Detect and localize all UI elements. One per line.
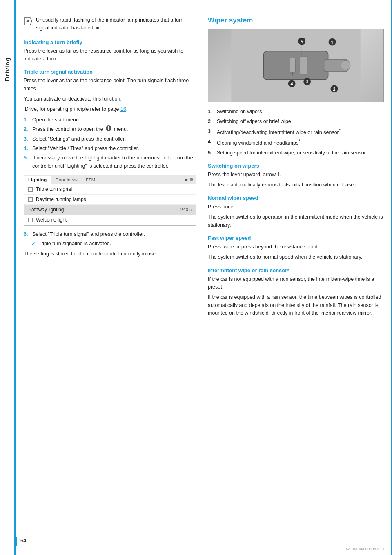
- intermittent-para1: If the car is not equipped with a rain s…: [208, 275, 384, 291]
- wiper-diagram: 1 2 3 4: [208, 29, 383, 102]
- wiper-item-5: 5 Setting speed for intermittent wipe, o…: [208, 149, 384, 157]
- menu-screenshot: Lighting Door locks FTM ▶ ⚙ Triple turn …: [24, 175, 196, 226]
- item-text-5: Setting speed for intermittent wipe, or …: [217, 149, 366, 157]
- indicating-section: Indicating a turn briefly Press the leve…: [24, 39, 196, 63]
- svg-rect-6: [290, 58, 296, 73]
- fast-wiper-section: Fast wiper speed Press twice or press be…: [208, 235, 384, 262]
- switching-on-heading: Switching on wipers: [208, 163, 384, 169]
- switching-on-section: Switching on wipers Press the lever upwa…: [208, 163, 384, 189]
- triple-heading: Triple turn signal activation: [24, 69, 196, 75]
- menu-row-pathway: Pathway lighting 240 s: [24, 205, 196, 215]
- intermittent-heading: Intermittent wipe or rain sensor*: [208, 267, 384, 273]
- wiper-item-4: 4 Cleaning windshield and headlamps*: [208, 138, 384, 147]
- step-6: Select "Triple turn signal" and press th…: [24, 231, 196, 238]
- step-6-list: Select "Triple turn signal" and press th…: [24, 231, 196, 238]
- notice-box: Unusually rapid flashing of the indicato…: [24, 16, 196, 32]
- page-number: 64: [20, 537, 26, 544]
- checkbox-welcome[interactable]: [28, 218, 33, 222]
- svg-text:2: 2: [333, 87, 335, 92]
- indicating-heading: Indicating a turn briefly: [24, 39, 196, 45]
- step-5: If necessary, move the highlight marker …: [24, 154, 196, 170]
- checkmark-item: ✓ Triple turn signaling is activated.: [31, 240, 196, 247]
- menu-row-triple-label: Triple turn signal: [36, 186, 72, 192]
- sidebar-label: Driving: [4, 57, 11, 81]
- svg-point-7: [341, 60, 350, 70]
- item-text-2: Switching off wipers or brief wipe: [217, 118, 291, 125]
- i-menu-icon: i: [106, 125, 111, 131]
- item-text-3: Activating/deactivating intermittent wip…: [217, 128, 341, 137]
- fast-wiper-heading: Fast wiper speed: [208, 235, 384, 241]
- wiper-item-1: 1 Switching on wipers: [208, 108, 384, 116]
- fast-wiper-para1: Press twice or press beyond the resistan…: [208, 243, 384, 251]
- svg-text:5: 5: [301, 39, 303, 44]
- switching-on-para1: Press the lever upward, arrow 1.: [208, 171, 384, 179]
- menu-row-triple: Triple turn signal: [24, 184, 196, 195]
- right-column: Wiper system: [204, 16, 384, 539]
- menu-row-welcome: Welcome light: [24, 215, 196, 225]
- wiper-items-list: 1 Switching on wipers 2 Switching off wi…: [208, 108, 384, 157]
- svg-text:1: 1: [331, 40, 333, 45]
- wiper-image: 1 2 3 4: [208, 29, 384, 102]
- svg-rect-3: [263, 51, 328, 79]
- svg-text:4: 4: [291, 81, 293, 86]
- final-text: The setting is stored for the remote con…: [24, 250, 196, 258]
- intermittent-section: Intermittent wipe or rain sensor* If the…: [208, 267, 384, 318]
- menu-nav-buttons: ▶ ⚙: [182, 175, 196, 184]
- page-ref[interactable]: 16: [120, 106, 126, 112]
- triple-para3: iDrive, for operating principle refer to…: [24, 105, 196, 113]
- arrow-right-icon[interactable]: ▶: [185, 177, 188, 182]
- switching-on-para2: The lever automatically returns to its i…: [208, 181, 384, 189]
- normal-wiper-para1: Press once.: [208, 203, 384, 211]
- notice-text: Unusually rapid flashing of the indicato…: [36, 16, 196, 32]
- item-num-5: 5: [208, 149, 214, 157]
- step-1: Open the start menu.: [24, 116, 196, 124]
- wiper-item-2: 2 Switching off wipers or brief wipe: [208, 118, 384, 125]
- triple-para1: Press the lever as far as the resistance…: [24, 77, 196, 93]
- wiper-item-3: 3 Activating/deactivating intermittent w…: [208, 128, 384, 137]
- item-text-4: Cleaning windshield and headlamps*: [217, 138, 300, 147]
- menu-row-daytime: Daytime running lamps: [24, 195, 196, 205]
- step-4: Select "Vehicle / Tires" and press the c…: [24, 145, 196, 152]
- fast-wiper-para2: The system switches to normal speed when…: [208, 253, 384, 261]
- left-column: Unusually rapid flashing of the indicato…: [24, 16, 204, 539]
- normal-wiper-para2: The system switches to operation in the …: [208, 213, 384, 229]
- triple-para2: You can activate or deactivate this func…: [24, 95, 196, 103]
- checkbox-daytime[interactable]: [28, 197, 33, 202]
- pathway-value: 240 s: [180, 207, 192, 212]
- item-num-2: 2: [208, 118, 214, 125]
- normal-wiper-section: Normal wiper speed Press once. The syste…: [208, 195, 384, 229]
- normal-wiper-heading: Normal wiper speed: [208, 195, 384, 201]
- step-3: Select "Settings" and press the controll…: [24, 135, 196, 143]
- svg-rect-5: [300, 56, 307, 74]
- intermittent-para2: If the car is equipped with a rain senso…: [208, 293, 384, 317]
- watermark: carmanualonline.info: [346, 546, 384, 551]
- checkbox-triple[interactable]: [28, 187, 33, 192]
- triple-section: Triple turn signal activation Press the …: [24, 69, 196, 258]
- menu-row-welcome-label: Welcome light: [36, 217, 67, 223]
- item-num-4: 4: [208, 138, 214, 147]
- tab-ftm[interactable]: FTM: [82, 176, 100, 184]
- item-num-3: 3: [208, 128, 214, 137]
- menu-row-daytime-label: Daytime running lamps: [36, 197, 86, 202]
- tab-doorlocks[interactable]: Door locks: [51, 176, 81, 184]
- settings-icon[interactable]: ⚙: [189, 177, 194, 182]
- wiper-image-inner: 1 2 3 4: [208, 29, 383, 102]
- blue-bar-decoration: [16, 537, 17, 546]
- item-num-1: 1: [208, 108, 214, 116]
- menu-row-pathway-label: Pathway lighting: [28, 207, 64, 213]
- svg-text:3: 3: [306, 80, 308, 85]
- notice-icon: [24, 17, 33, 26]
- checkmark-icon: ✓: [31, 240, 36, 247]
- menu-tabs: Lighting Door locks FTM ▶ ⚙: [24, 175, 196, 184]
- checkmark-text: Triple turn signaling is activated.: [38, 241, 111, 246]
- steps-list: Open the start menu. Press the controlle…: [24, 116, 196, 170]
- svg-marker-1: [26, 20, 29, 23]
- indicating-text: Press the lever as far as the resistance…: [24, 47, 196, 63]
- item-text-1: Switching on wipers: [217, 108, 262, 116]
- step-2: Press the controller to open the i menu.: [24, 125, 196, 133]
- main-content: Unusually rapid flashing of the indicato…: [16, 0, 392, 555]
- wiper-heading: Wiper system: [208, 16, 384, 25]
- tab-lighting[interactable]: Lighting: [24, 176, 51, 184]
- sidebar: Driving: [0, 0, 16, 555]
